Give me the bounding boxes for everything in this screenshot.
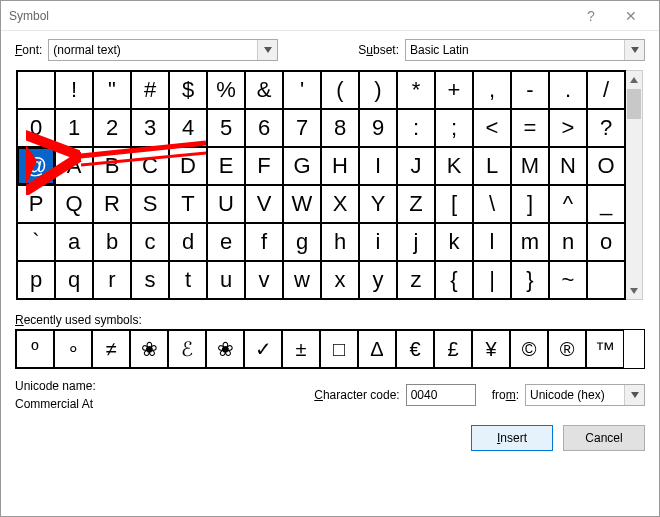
symbol-cell[interactable]: s	[131, 261, 169, 299]
symbol-cell[interactable]: Y	[359, 185, 397, 223]
symbol-cell[interactable]: h	[321, 223, 359, 261]
font-combo[interactable]: (normal text)	[48, 39, 278, 61]
symbol-cell[interactable]: /	[587, 71, 625, 109]
symbol-cell[interactable]: c	[131, 223, 169, 261]
scroll-down-icon[interactable]	[626, 282, 642, 299]
symbol-cell[interactable]: I	[359, 147, 397, 185]
symbol-cell[interactable]: q	[55, 261, 93, 299]
from-combo[interactable]: Unicode (hex)	[525, 384, 645, 406]
symbol-cell[interactable]: b	[93, 223, 131, 261]
symbol-cell[interactable]: f	[245, 223, 283, 261]
recent-symbols-grid[interactable]: º∘≠❀ℰ❀✓±□Δ€£¥©®™	[15, 329, 645, 369]
symbol-cell[interactable]: v	[245, 261, 283, 299]
recent-symbol-cell[interactable]: £	[434, 330, 472, 368]
recent-symbol-cell[interactable]: º	[16, 330, 54, 368]
symbol-cell[interactable]: N	[549, 147, 587, 185]
symbol-cell[interactable]: +	[435, 71, 473, 109]
symbol-cell[interactable]: R	[93, 185, 131, 223]
symbol-cell[interactable]: B	[93, 147, 131, 185]
recent-symbol-cell[interactable]: ℰ	[168, 330, 206, 368]
symbol-cell[interactable]: G	[283, 147, 321, 185]
symbol-cell[interactable]: \	[473, 185, 511, 223]
symbol-cell[interactable]: l	[473, 223, 511, 261]
symbol-cell[interactable]: Q	[55, 185, 93, 223]
symbol-cell[interactable]: '	[283, 71, 321, 109]
symbol-cell[interactable]: d	[169, 223, 207, 261]
symbol-cell[interactable]: &	[245, 71, 283, 109]
symbol-cell[interactable]: 7	[283, 109, 321, 147]
symbol-cell[interactable]: Z	[397, 185, 435, 223]
subset-combo[interactable]: Basic Latin	[405, 39, 645, 61]
symbol-cell[interactable]: u	[207, 261, 245, 299]
symbol-cell[interactable]: a	[55, 223, 93, 261]
symbol-cell[interactable]: y	[359, 261, 397, 299]
symbol-grid[interactable]: !"#$%&'()*+,-./0123456789:;<=>?@ABCDEFGH…	[16, 70, 626, 300]
symbol-cell[interactable]: 0	[17, 109, 55, 147]
symbol-cell[interactable]: z	[397, 261, 435, 299]
symbol-cell[interactable]: (	[321, 71, 359, 109]
symbol-cell[interactable]: %	[207, 71, 245, 109]
symbol-cell[interactable]: H	[321, 147, 359, 185]
cancel-button[interactable]: Cancel	[563, 425, 645, 451]
recent-symbol-cell[interactable]: ™	[586, 330, 624, 368]
symbol-cell[interactable]: =	[511, 109, 549, 147]
recent-symbol-cell[interactable]: ¥	[472, 330, 510, 368]
symbol-cell[interactable]: e	[207, 223, 245, 261]
recent-symbol-cell[interactable]: ©	[510, 330, 548, 368]
symbol-cell[interactable]: F	[245, 147, 283, 185]
symbol-cell[interactable]: ,	[473, 71, 511, 109]
recent-symbol-cell[interactable]: €	[396, 330, 434, 368]
recent-symbol-cell[interactable]: ✓	[244, 330, 282, 368]
scrollbar-vertical[interactable]	[626, 70, 643, 300]
symbol-cell[interactable]: `	[17, 223, 55, 261]
symbol-cell[interactable]: S	[131, 185, 169, 223]
close-button[interactable]: ✕	[611, 2, 651, 30]
recent-symbol-cell[interactable]: ≠	[92, 330, 130, 368]
recent-symbol-cell[interactable]: ❀	[130, 330, 168, 368]
symbol-cell[interactable]: "	[93, 71, 131, 109]
recent-symbol-cell[interactable]: ❀	[206, 330, 244, 368]
symbol-cell[interactable]	[587, 261, 625, 299]
symbol-cell[interactable]: g	[283, 223, 321, 261]
symbol-cell[interactable]: :	[397, 109, 435, 147]
scroll-up-icon[interactable]	[626, 71, 642, 88]
symbol-cell[interactable]: ;	[435, 109, 473, 147]
symbol-cell[interactable]: .	[549, 71, 587, 109]
symbol-cell[interactable]: 3	[131, 109, 169, 147]
symbol-cell[interactable]: #	[131, 71, 169, 109]
symbol-cell[interactable]: ~	[549, 261, 587, 299]
insert-button[interactable]: Insert	[471, 425, 553, 451]
recent-symbol-cell[interactable]: ∘	[54, 330, 92, 368]
symbol-cell[interactable]: w	[283, 261, 321, 299]
symbol-cell[interactable]: 9	[359, 109, 397, 147]
symbol-cell[interactable]: J	[397, 147, 435, 185]
symbol-cell[interactable]: <	[473, 109, 511, 147]
symbol-cell[interactable]: }	[511, 261, 549, 299]
symbol-cell[interactable]: x	[321, 261, 359, 299]
recent-symbol-cell[interactable]: □	[320, 330, 358, 368]
symbol-cell[interactable]: >	[549, 109, 587, 147]
symbol-cell[interactable]: o	[587, 223, 625, 261]
symbol-cell[interactable]: 6	[245, 109, 283, 147]
symbol-cell[interactable]: 2	[93, 109, 131, 147]
symbol-cell[interactable]: 1	[55, 109, 93, 147]
symbol-cell[interactable]: _	[587, 185, 625, 223]
symbol-cell[interactable]: ]	[511, 185, 549, 223]
symbol-cell[interactable]: 5	[207, 109, 245, 147]
help-button[interactable]: ?	[571, 2, 611, 30]
symbol-cell[interactable]: @	[17, 147, 55, 185]
symbol-cell[interactable]: A	[55, 147, 93, 185]
symbol-cell[interactable]: W	[283, 185, 321, 223]
symbol-cell[interactable]: ^	[549, 185, 587, 223]
char-code-input[interactable]	[406, 384, 476, 406]
symbol-cell[interactable]: !	[55, 71, 93, 109]
symbol-cell[interactable]: O	[587, 147, 625, 185]
symbol-cell[interactable]: )	[359, 71, 397, 109]
scroll-thumb[interactable]	[627, 89, 641, 119]
symbol-cell[interactable]: L	[473, 147, 511, 185]
symbol-cell[interactable]: M	[511, 147, 549, 185]
symbol-cell[interactable]: j	[397, 223, 435, 261]
symbol-cell[interactable]: r	[93, 261, 131, 299]
symbol-cell[interactable]: p	[17, 261, 55, 299]
symbol-cell[interactable]: 4	[169, 109, 207, 147]
